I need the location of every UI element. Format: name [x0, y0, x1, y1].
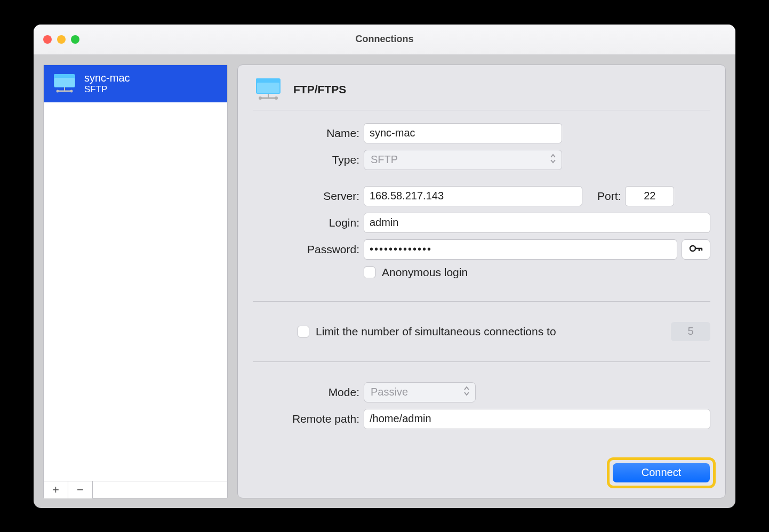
- key-icon: [689, 244, 703, 255]
- port-label: Port:: [597, 190, 621, 203]
- connection-details-panel: FTP/FTPS Name: Type: SFTP: [237, 65, 726, 498]
- limit-connections-checkbox[interactable]: [298, 326, 309, 337]
- add-connection-button[interactable]: +: [44, 481, 68, 498]
- window-title: Connections: [34, 34, 735, 45]
- mode-select[interactable]: Passive: [364, 382, 476, 402]
- server-input[interactable]: [364, 186, 582, 206]
- type-label: Type:: [253, 154, 359, 166]
- window-body: sync-mac SFTP + −: [34, 55, 735, 508]
- key-button[interactable]: [682, 239, 710, 260]
- svg-rect-2: [54, 78, 75, 87]
- port-input[interactable]: [625, 186, 674, 206]
- minimize-window-button[interactable]: [57, 35, 66, 44]
- svg-point-12: [259, 96, 262, 100]
- name-label: Name:: [253, 127, 359, 140]
- svg-rect-9: [257, 83, 279, 93]
- network-folder-icon: [253, 77, 284, 102]
- login-input[interactable]: [364, 213, 710, 233]
- connection-item-protocol: SFTP: [84, 84, 130, 95]
- connections-sidebar: sync-mac SFTP + −: [43, 65, 228, 498]
- svg-point-6: [70, 90, 73, 92]
- window-controls: [43, 35, 79, 44]
- mode-select-value: Passive: [371, 386, 408, 398]
- sidebar-footer: + −: [44, 481, 227, 498]
- divider: [253, 301, 710, 302]
- panel-title: FTP/FTPS: [293, 83, 346, 96]
- anonymous-login-label: Anonymous login: [382, 266, 468, 279]
- password-input[interactable]: [364, 239, 677, 260]
- connection-item-name: sync-mac: [84, 71, 130, 84]
- connect-button[interactable]: Connect: [613, 463, 710, 482]
- server-label: Server:: [253, 190, 359, 203]
- name-input[interactable]: [364, 123, 562, 143]
- type-select[interactable]: SFTP: [364, 150, 562, 170]
- divider: [253, 361, 710, 362]
- limit-connections-label: Limit the number of simultaneous connect…: [316, 325, 556, 338]
- svg-rect-1: [54, 74, 61, 78]
- svg-rect-8: [256, 78, 265, 83]
- titlebar: Connections: [34, 25, 735, 55]
- connections-list: sync-mac SFTP: [44, 65, 227, 481]
- remote-path-input[interactable]: [364, 409, 710, 429]
- svg-point-14: [690, 246, 695, 251]
- connection-list-item[interactable]: sync-mac SFTP: [44, 65, 227, 102]
- type-select-value: SFTP: [371, 154, 398, 166]
- close-window-button[interactable]: [43, 35, 52, 44]
- panel-header: FTP/FTPS: [253, 77, 710, 110]
- svg-point-5: [57, 90, 59, 92]
- maximize-window-button[interactable]: [71, 35, 79, 44]
- chevron-updown-icon: [550, 154, 556, 164]
- connection-form: Name: Type: SFTP Server:: [253, 110, 710, 429]
- mode-label: Mode:: [253, 386, 359, 399]
- remove-connection-button[interactable]: −: [68, 481, 93, 498]
- network-folder-icon: [51, 73, 78, 94]
- login-label: Login:: [253, 216, 359, 229]
- remote-path-label: Remote path:: [253, 413, 359, 425]
- svg-point-13: [275, 96, 278, 100]
- anonymous-login-checkbox[interactable]: [364, 267, 375, 278]
- connections-window: Connections: [34, 25, 735, 508]
- password-label: Password:: [253, 243, 359, 256]
- connection-item-text: sync-mac SFTP: [84, 71, 130, 95]
- chevron-updown-icon: [463, 386, 470, 396]
- limit-connections-value[interactable]: 5: [671, 322, 710, 341]
- connect-highlight: Connect: [607, 457, 716, 488]
